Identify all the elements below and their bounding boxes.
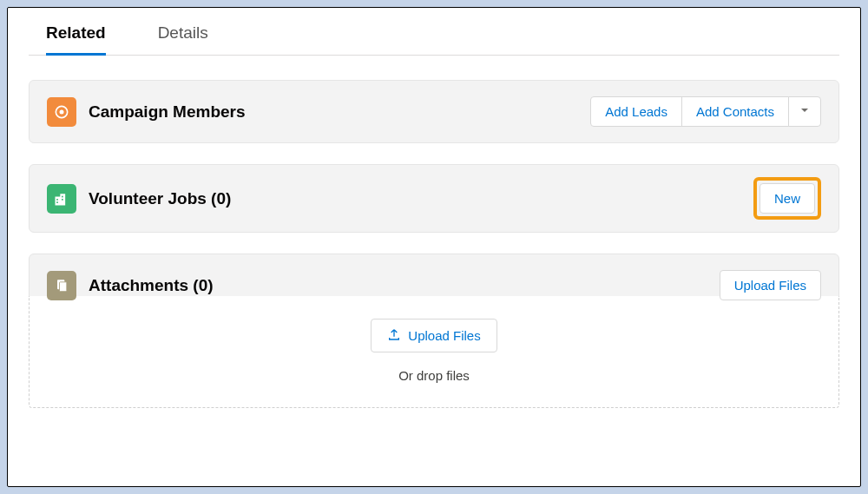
svg-rect-5 bbox=[62, 199, 63, 201]
drop-files-text: Or drop files bbox=[30, 368, 838, 383]
svg-rect-2 bbox=[56, 199, 58, 201]
tab-bar: Related Details bbox=[29, 16, 839, 56]
card-volunteer-jobs: Volunteer Jobs (0) New bbox=[29, 164, 839, 233]
tab-details[interactable]: Details bbox=[158, 16, 208, 55]
campaign-members-icon bbox=[47, 97, 76, 127]
chevron-down-icon bbox=[799, 105, 810, 118]
upload-files-button[interactable]: Upload Files bbox=[720, 270, 821, 300]
attachments-dropzone[interactable]: Upload Files Or drop files bbox=[29, 296, 839, 408]
svg-rect-7 bbox=[60, 281, 67, 291]
upload-icon bbox=[387, 327, 401, 344]
volunteer-jobs-icon bbox=[47, 184, 76, 214]
attachments-icon bbox=[47, 271, 76, 300]
svg-rect-3 bbox=[56, 201, 58, 203]
card-title-attachments: Attachments (0) bbox=[89, 276, 720, 295]
svg-point-1 bbox=[60, 109, 64, 114]
campaign-members-more-button[interactable] bbox=[788, 96, 821, 127]
new-button[interactable]: New bbox=[760, 183, 815, 214]
card-title-campaign-members: Campaign Members bbox=[89, 102, 590, 122]
card-campaign-members: Campaign Members Add Leads Add Contacts bbox=[29, 80, 839, 143]
campaign-members-actions: Add Leads Add Contacts bbox=[590, 96, 821, 127]
upload-files-inline-button[interactable]: Upload Files bbox=[371, 319, 496, 352]
upload-files-inline-label: Upload Files bbox=[408, 328, 480, 343]
card-title-volunteer-jobs: Volunteer Jobs (0) bbox=[89, 189, 753, 208]
card-area: Campaign Members Add Leads Add Contacts bbox=[29, 56, 839, 408]
new-button-highlight: New bbox=[753, 177, 821, 220]
add-leads-button[interactable]: Add Leads bbox=[590, 96, 682, 127]
tab-related[interactable]: Related bbox=[46, 16, 106, 55]
related-panel: Related Details Campaign Members Add Lea… bbox=[7, 7, 861, 487]
svg-rect-4 bbox=[62, 195, 63, 197]
add-contacts-button[interactable]: Add Contacts bbox=[681, 96, 789, 127]
